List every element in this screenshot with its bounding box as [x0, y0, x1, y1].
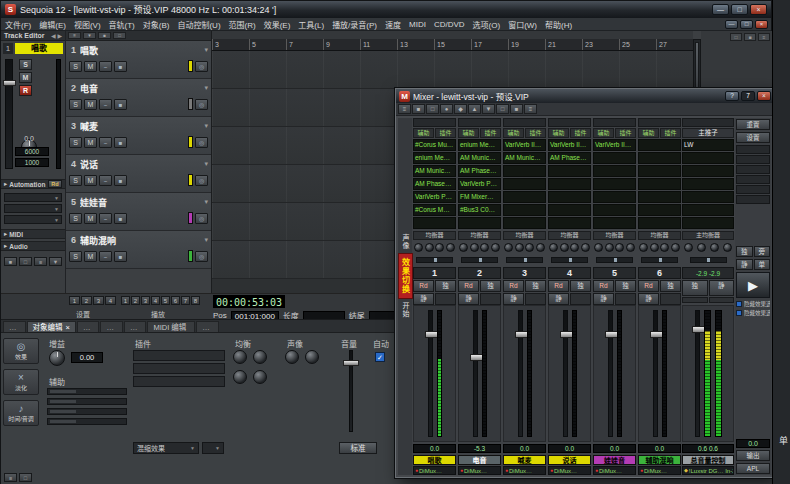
track-row[interactable]: 4 说话 ▾ S M ~ ■ ◎ [66, 155, 211, 193]
track-row[interactable]: 5 娃娃音 ▾ S M ~ ■ ◎ [66, 193, 211, 231]
apl-button[interactable]: APL [736, 463, 770, 474]
channel-routing-button[interactable] [638, 118, 681, 127]
channel-name[interactable]: 说话 [548, 455, 591, 465]
aux-header-button[interactable]: 辅助 [638, 128, 659, 138]
master-eq-knob[interactable] [710, 243, 719, 252]
eq-knob[interactable] [560, 243, 569, 252]
volume-fader[interactable] [428, 310, 433, 437]
track-curve-icon[interactable]: ~ [99, 175, 112, 186]
mixer-setup-button[interactable]: 设置 [736, 132, 770, 143]
eq-section-label[interactable]: 均衡器 [638, 231, 681, 240]
fader-handle[interactable] [3, 80, 16, 86]
channel-extra-button[interactable] [435, 293, 456, 305]
preset-dropdown[interactable]: ▼ [202, 442, 224, 454]
master-eq-knob[interactable] [723, 243, 732, 252]
mixdown-fx-dropdown[interactable]: 混缩效果▼ [133, 442, 199, 454]
volume-fader[interactable] [563, 310, 568, 437]
read-automation-button[interactable]: Rd [48, 180, 62, 188]
master-plugin-slot[interactable] [682, 204, 734, 216]
plugin-slot[interactable]: VariVerb P… [413, 191, 456, 203]
menu-item[interactable]: 音轨(T) [105, 19, 139, 30]
channel-name[interactable]: 唱歌 [413, 455, 456, 465]
menu-item[interactable]: MIDI [405, 20, 430, 29]
mixer-play-button[interactable]: ▶ [736, 272, 770, 298]
plugin-slot[interactable]: AM Phase… [458, 165, 501, 177]
track-curve-icon[interactable]: ~ [99, 99, 112, 110]
solo-button[interactable]: 独 [570, 280, 591, 292]
track-name[interactable]: 辅助混响 [80, 234, 200, 247]
master-routing-button[interactable] [682, 118, 734, 127]
eq-knob[interactable] [615, 243, 624, 252]
aux-header-button[interactable]: 辅助 [548, 128, 569, 138]
eq-section-label[interactable]: 均衡器 [593, 231, 636, 240]
track-mute-button[interactable]: M [84, 99, 97, 110]
pan-slider[interactable] [416, 257, 453, 263]
track-freeze-icon[interactable]: ■ [114, 61, 127, 72]
track-solo-button[interactable]: S [69, 61, 82, 72]
eq-knob[interactable] [491, 243, 500, 252]
volume-fader[interactable] [473, 310, 478, 437]
master-eq-label[interactable]: 主均衡器 [682, 231, 734, 240]
menu-item[interactable]: 效果(E) [260, 19, 295, 30]
track-row[interactable]: 6 辅助混响 ▾ S M ~ ■ ◎ [66, 231, 211, 269]
panel-tab[interactable]: … [3, 321, 26, 332]
aux-header-button[interactable]: 辅助 [593, 128, 614, 138]
master-plugin-slot[interactable]: LW [682, 139, 734, 151]
plugin-slot[interactable]: #Corus Mu… [413, 139, 456, 151]
track-curve-icon[interactable]: ~ [99, 61, 112, 72]
solo-button[interactable]: 独 [615, 280, 636, 292]
eq-knob[interactable] [425, 243, 434, 252]
mixer-toolbar-icon[interactable]: ■ [510, 104, 523, 114]
fx-switch-button[interactable]: 效果切换 [398, 253, 413, 299]
track-settings-icon[interactable]: ◎ [195, 137, 208, 148]
pan-slider[interactable] [551, 257, 588, 263]
track-mute-button[interactable]: M [84, 137, 97, 148]
plugin-slot[interactable] [413, 217, 456, 229]
solo-button[interactable]: 独 [525, 280, 546, 292]
mixer-reset-button[interactable]: 重置 [736, 119, 770, 130]
panel-tab[interactable]: MIDI 编辑 [147, 321, 195, 332]
volume-fader[interactable] [653, 310, 658, 437]
panel-mini-button[interactable]: ■ [4, 257, 17, 266]
mute-button[interactable]: 静 [503, 293, 524, 305]
beat-select-button[interactable]: 5 [161, 296, 170, 305]
plugin-slot[interactable] [548, 217, 591, 229]
plugin-slot[interactable] [638, 204, 681, 216]
mute-button[interactable]: M [19, 72, 32, 83]
beat-select-button[interactable]: 3 [141, 296, 150, 305]
channel-device-selector[interactable]: ● DiMux… [458, 466, 501, 475]
master-solo-button[interactable]: 独 [682, 280, 708, 296]
snapshot-slot[interactable] [736, 195, 770, 204]
record-button[interactable]: Rd [413, 280, 434, 292]
eq-knob[interactable] [660, 243, 669, 252]
plugin-slot[interactable] [548, 178, 591, 190]
master-eq-knob[interactable] [697, 243, 706, 252]
fader-handle[interactable] [343, 360, 359, 366]
pan-slider[interactable] [506, 257, 543, 263]
mute-button[interactable]: 静 [593, 293, 614, 305]
mixer-close-icon[interactable]: × [757, 91, 771, 101]
master-extra-button[interactable] [682, 297, 708, 303]
mixer-toolbar-icon[interactable]: ◆ [454, 104, 467, 114]
plugin-slot[interactable] [593, 204, 636, 216]
global-mute-button[interactable]: 静 [736, 259, 753, 270]
beat-select-button[interactable]: 1 [121, 296, 130, 305]
mixer-toolbar-icon[interactable]: ▲ [468, 104, 481, 114]
value-readout[interactable]: 6000 [15, 147, 49, 156]
track-mute-button[interactable]: M [84, 251, 97, 262]
object-volume-fader[interactable] [343, 350, 359, 432]
master-extra-button[interactable] [709, 297, 735, 303]
track-solo-button[interactable]: S [69, 175, 82, 186]
track-mute-button[interactable]: M [84, 61, 97, 72]
track-name[interactable]: 娃娃音 [80, 196, 200, 209]
track-lane[interactable] [212, 51, 693, 89]
eq-knob[interactable] [504, 243, 513, 252]
channel-routing-button[interactable] [458, 118, 501, 127]
plugin-slot[interactable]: VariVerb II… [593, 139, 636, 151]
plugin-slot[interactable] [548, 191, 591, 203]
plugin-slot[interactable] [133, 363, 225, 374]
mute-button[interactable]: 静 [638, 293, 659, 305]
track-solo-button[interactable]: S [69, 251, 82, 262]
master-plugin-slot[interactable] [682, 191, 734, 203]
automation-dropdown[interactable]: ▼ [4, 193, 62, 202]
